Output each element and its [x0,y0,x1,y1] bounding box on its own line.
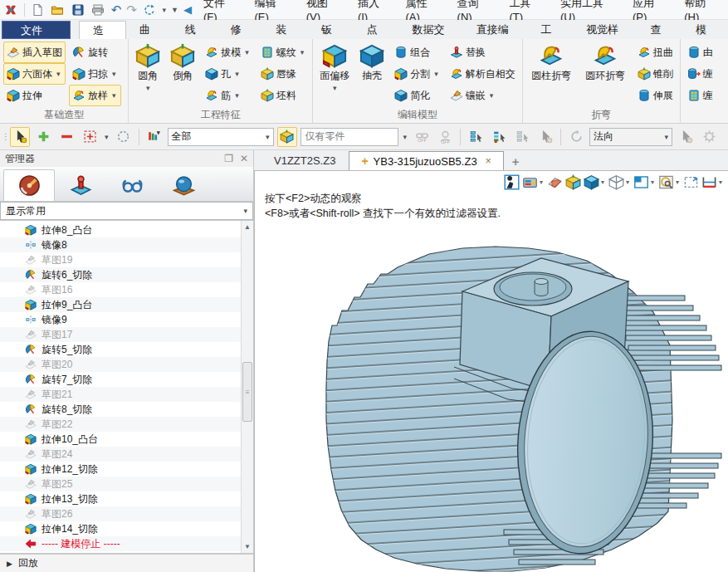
tree-row[interactable]: 镜像8 [0,237,241,252]
dropdown-arrow-icon[interactable]: ▾ [144,84,152,92]
zoom-window-button[interactable]: ▾ [657,174,682,191]
window-select-button[interactable] [80,127,100,147]
cylindrical-bend-button[interactable]: 圆柱折弯 [526,42,577,85]
pick-last-button[interactable] [512,127,532,147]
tab-inquire[interactable]: 查询 [638,21,683,39]
tab-mold[interactable]: 模具 [682,21,728,39]
tree-row[interactable]: 旋转6_切除 [0,267,241,282]
shaded-display-button[interactable]: ▾ [583,174,607,191]
tree-row[interactable]: 拉伸14_切除 [0,521,241,536]
tab-repair[interactable]: 修复 [217,21,262,39]
tree-row[interactable]: 草图22 [0,417,241,432]
stretch-button[interactable]: 伸展 [634,85,677,106]
dropdown-arrow-icon[interactable]: ▾ [233,70,241,78]
exit-part-button[interactable] [503,174,520,191]
shell-button[interactable]: 抽壳 [356,42,388,85]
tab-visibility-manager[interactable] [106,169,158,201]
face-offset-button[interactable]: 面偏移▾ [316,42,353,94]
scope-pick-button[interactable] [277,127,297,147]
loft-button[interactable]: 放样▾ [69,85,121,106]
display-filter-combobox[interactable]: 显示常用▾ [0,202,253,220]
tree-row[interactable]: 旋转5_切除 [0,342,241,357]
fillet-button[interactable]: 圆角▾ [132,42,164,94]
dropdown-arrow-icon[interactable]: ▾ [110,91,118,100]
tab-assembly[interactable]: 装配 [262,21,308,39]
expand-arrow-icon[interactable]: ▶ [7,560,12,568]
close-panel-icon[interactable]: ✕ [240,154,248,164]
dropdown-arrow-icon[interactable]: ▾ [717,178,724,186]
pick-settings-gear-button[interactable] [699,127,719,147]
show-target-button[interactable] [564,174,582,191]
dropdown-arrow-icon[interactable]: ▾ [402,133,409,141]
dropdown-arrow-icon[interactable]: ▾ [299,48,306,56]
tree-row[interactable]: 拉伸9_凸台 [0,297,241,312]
combine-button[interactable]: 组合 [391,42,443,63]
extrude-button[interactable]: 拉伸 [3,85,66,106]
remove-selection-button[interactable] [56,127,76,147]
document-tab-active[interactable]: + YB3-315juzuoSB5.Z3 × [349,151,503,170]
ghost-off-button[interactable] [435,127,455,147]
orientation-combobox[interactable]: 法向▾ [589,128,672,146]
dropdown-arrow-icon[interactable]: ▾ [110,70,118,78]
thread-button[interactable]: 螺纹▾ [257,42,310,63]
pick-mode-button[interactable] [10,127,30,147]
reorient-button[interactable] [566,127,586,147]
wrap-button-2[interactable]: 缠 [684,63,716,85]
toroidal-bend-button[interactable]: 圆环折弯 [580,42,631,85]
viewport-3d[interactable]: ▾ ▾ ▾ ▾ ▾ ▾ 按下<F2>动态的观察 <F8>或者<Shift-rol… [254,170,728,572]
collapse-menubar-icon[interactable]: ◀ [183,3,192,16]
replace-button[interactable]: 替换 [447,42,519,63]
document-tab-inactive[interactable]: V1ZZT2S.Z3 [262,151,347,170]
dropdown-arrow-icon[interactable]: ▾ [538,178,545,186]
tree-row[interactable]: 拉伸8_凸台 [0,222,241,237]
twist-button[interactable]: 扭曲 [634,42,677,63]
dropdown-arrow-icon[interactable]: ▾ [488,91,496,100]
tree-row[interactable]: 旋转8_切除 [0,402,241,417]
tree-scrollbar[interactable]: ▲ ≡ ▼ [241,221,253,553]
wireframe-display-button[interactable]: ▾ [608,174,632,191]
blank-entities-button[interactable] [546,174,564,191]
zoom-fit-button[interactable] [682,174,700,191]
tab-visual-manager[interactable] [158,169,209,201]
chevron-down-icon[interactable]: ▾ [266,133,270,141]
pick-settings-cursor-button[interactable] [676,127,696,147]
filter-icon[interactable] [144,127,164,147]
open-file-button[interactable] [50,2,66,18]
chevron-down-icon[interactable]: ▾ [243,207,247,215]
tree-row[interactable]: 草图20 [0,357,241,372]
lip-button[interactable]: 唇缘 [257,63,310,85]
sweep-button[interactable]: 扫掠▾ [69,63,121,85]
dropdown-arrow-icon[interactable]: ▾ [624,178,631,186]
dropdown-arrow-icon[interactable]: ▾ [243,48,251,56]
tree-row[interactable]: 旋转7_切除 [0,372,241,387]
tree-row[interactable]: 拉伸12_切除 [0,462,241,477]
draft-button[interactable]: 拔模▾ [202,42,254,63]
chamfer-button[interactable]: 倒角 [167,42,198,85]
file-ribbon-tab[interactable]: 文件(F) [2,21,71,39]
tab-tools[interactable]: 工具 [527,21,573,39]
dropdown-arrow-icon[interactable]: ▾ [233,91,241,100]
toolbar-drag-handle[interactable]: ⋮⋮ [2,135,7,139]
taper-button[interactable]: 锥削 [634,63,677,85]
new-file-button[interactable] [29,2,45,18]
tab-shape[interactable]: 造型 [79,21,126,39]
dropdown-arrow-icon[interactable]: ▾ [674,178,681,186]
scope-field[interactable] [300,128,398,146]
insert-sketch-button[interactable]: 插入草图 [3,42,66,63]
resolve-selfintersection-button[interactable]: 解析自相交 [447,63,519,85]
dropdown-arrow-icon[interactable]: ▾ [55,70,62,78]
revolve-button[interactable]: 旋转 [69,42,121,63]
tab-sheetmetal[interactable]: 钣金 [308,21,354,39]
simplify-button[interactable]: 简化 [391,85,443,106]
tree-row[interactable]: 拉伸13_切除 [0,491,241,506]
float-panel-icon[interactable]: ❐ [224,154,233,164]
hole-button[interactable]: 孔▾ [202,63,254,85]
tab-visualstyle[interactable]: 视觉样式 [573,21,637,39]
new-tab-button[interactable]: + [506,154,526,170]
tab-wireframe[interactable]: 线框 [172,21,217,39]
dropdown-arrow-icon[interactable]: ▾ [103,133,110,141]
dropdown-arrow-icon[interactable]: ▾ [599,178,606,186]
tree-row[interactable]: 镜像9 [0,312,241,327]
customize-dropdown-icon[interactable]: ▼ [171,6,178,14]
print-button[interactable] [90,2,106,18]
